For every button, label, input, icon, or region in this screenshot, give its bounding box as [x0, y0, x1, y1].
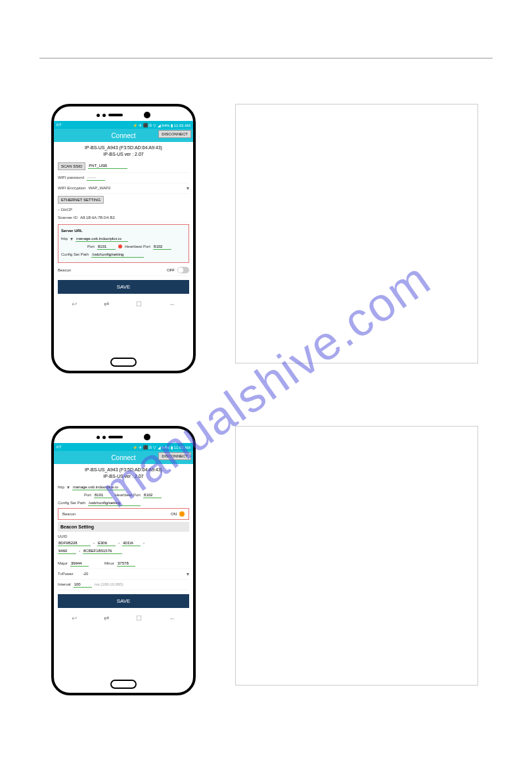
dhcp-label: – DHCP — [58, 208, 72, 212]
protocol-select[interactable]: http — [58, 485, 64, 489]
disconnect-button[interactable]: DISCONNECT — [158, 130, 191, 138]
port-label: Port — [87, 245, 95, 248]
ssid-input[interactable]: PNT_USB — [88, 163, 127, 169]
scan-ssid-button[interactable]: SCAN SSID — [58, 162, 85, 170]
status-dot-icon — [118, 245, 122, 248]
description-box-1 — [235, 104, 478, 363]
status-icons: ⚡ ✈ ⬛ ☒ ▽ ◢ 94% ▮ 11:02 AM — [133, 445, 190, 450]
server-input[interactable]: manage.usb.indoorplus.io — [76, 236, 128, 242]
config-path-input[interactable]: /usb/config/setting — [91, 252, 144, 258]
beacon-toggle-on[interactable] — [179, 511, 185, 517]
port-label: Port — [84, 493, 91, 497]
server-url-section: Server URL http ▾ manage.usb.indoorplus.… — [58, 224, 189, 263]
nav-return-icon[interactable]: ← — [169, 300, 175, 308]
beacon-label: Beacon — [58, 268, 71, 272]
port-input[interactable]: 8101 — [94, 492, 112, 498]
app-title: Connect — [111, 454, 135, 461]
heartbeat-port-label: Heartbeat Port — [125, 245, 150, 248]
description-box-2 — [235, 426, 478, 686]
status-bar: KT ⚡ ✈ ⬛ ☒ ▽ ◢ 94% ▮ 11:02 AM — [54, 121, 193, 129]
status-icons: ⚡ ✈ ⬛ ☒ ▽ ◢ 94% ▮ 11:02 AM — [133, 123, 190, 128]
beacon-toggle[interactable] — [177, 267, 189, 273]
server-url-label: Server URL — [61, 227, 186, 234]
save-button[interactable]: SAVE — [58, 594, 189, 608]
ethernet-setting-button[interactable]: ETHERNET SETTING — [58, 196, 104, 204]
minor-input[interactable]: 37578 — [117, 561, 135, 567]
app-title: Connect — [111, 132, 135, 139]
chevron-down-icon[interactable]: ▾ — [187, 185, 189, 191]
nav-home-icon[interactable]: ☐ — [136, 615, 142, 622]
uuid-1-input[interactable]: 8DF9B228 — [58, 540, 91, 546]
interval-label: Interval — [58, 582, 71, 586]
save-button[interactable]: SAVE — [58, 280, 189, 294]
chevron-down-icon[interactable]: ▾ — [70, 236, 73, 242]
wifi-encryption-label: WIFI Encryption — [58, 186, 86, 190]
interval-input[interactable]: 100 — [74, 582, 92, 588]
scanner-id-value: A8:1B:6A:7B:D4:B2 — [80, 216, 115, 220]
nav-recent-icon[interactable]: ⇄ — [104, 300, 109, 308]
beacon-label: Beacon — [62, 512, 76, 516]
beacon-state: OFF — [167, 268, 175, 272]
port-input[interactable]: 8101 — [97, 244, 116, 250]
wifi-password-label: WIFI password — [58, 175, 84, 179]
nav-back-icon[interactable]: ↩ — [72, 300, 77, 308]
config-path-label: Config Set Path — [61, 252, 89, 256]
config-path-input[interactable]: /usb/config/setting — [88, 500, 141, 506]
beacon-state: ON — [171, 512, 177, 516]
phone-mockup-1: KT ⚡ ✈ ⬛ ☒ ▽ ◢ 94% ▮ 11:02 AM Connect DI… — [51, 104, 196, 373]
heartbeat-port-input[interactable]: 8102 — [153, 244, 171, 250]
major-label: Major — [58, 561, 68, 565]
device-info: IP-BS-US_A943 (F3:5D:AD:04:A9:43) IP-BS-… — [54, 142, 193, 160]
nav-home-icon[interactable]: ☐ — [136, 300, 142, 308]
nav-back-icon[interactable]: ↩ — [72, 615, 77, 622]
config-path-label: Config Set Path — [58, 501, 85, 505]
wifi-encryption-value[interactable]: WAP_WAP2 — [89, 186, 111, 190]
wifi-password-input[interactable]: ········ — [87, 175, 105, 181]
interval-hint: ms (100-10,000) — [95, 582, 123, 586]
server-input[interactable]: manage.usb.indoorplus.io — [72, 484, 125, 490]
major-input[interactable]: 39944 — [70, 561, 89, 567]
heartbeat-port-label: Heartbeat Port — [115, 493, 141, 497]
scanner-id-label: Scanner ID — [58, 216, 78, 220]
phone-mockup-2: KT ⚡ ✈ ⬛ ☒ ▽ ◢ 94% ▮ 11:02 AM Connect DI… — [51, 426, 196, 695]
home-button[interactable] — [110, 358, 137, 367]
uuid-5-input[interactable]: 8CBEF1B51576 — [83, 548, 122, 554]
minor-label: Minor — [104, 561, 114, 565]
uuid-3-input[interactable]: 4DDA — [122, 540, 141, 546]
carrier-label: KT — [56, 445, 62, 449]
heartbeat-port-input[interactable]: 8102 — [143, 492, 162, 498]
beacon-row: Beacon ON — [58, 508, 189, 520]
chevron-down-icon[interactable]: ▾ — [187, 571, 189, 577]
home-button[interactable] — [110, 680, 137, 689]
txpower-value[interactable]: -20 — [83, 572, 89, 576]
nav-return-icon[interactable]: ← — [169, 615, 175, 622]
uuid-2-input[interactable]: E306 — [97, 540, 116, 546]
nav-recent-icon[interactable]: ⇄ — [104, 615, 109, 622]
status-bar: KT ⚡ ✈ ⬛ ☒ ▽ ◢ 94% ▮ 11:02 AM — [54, 443, 193, 451]
chevron-down-icon[interactable]: ▾ — [67, 484, 70, 490]
uuid-label: UUID — [58, 534, 189, 538]
device-info: IP-BS-US_A943 (F3:5D:AD:04:A9:43) IP-BS-… — [54, 464, 193, 482]
txpower-label: TxPower — [58, 572, 74, 576]
carrier-label: KT — [56, 123, 62, 127]
disconnect-button[interactable]: DISCONNECT — [158, 452, 191, 460]
protocol-select[interactable]: http — [61, 237, 68, 241]
uuid-4-input[interactable]: 9460 — [58, 548, 76, 554]
beacon-setting-header: Beacon Setting — [58, 522, 189, 532]
